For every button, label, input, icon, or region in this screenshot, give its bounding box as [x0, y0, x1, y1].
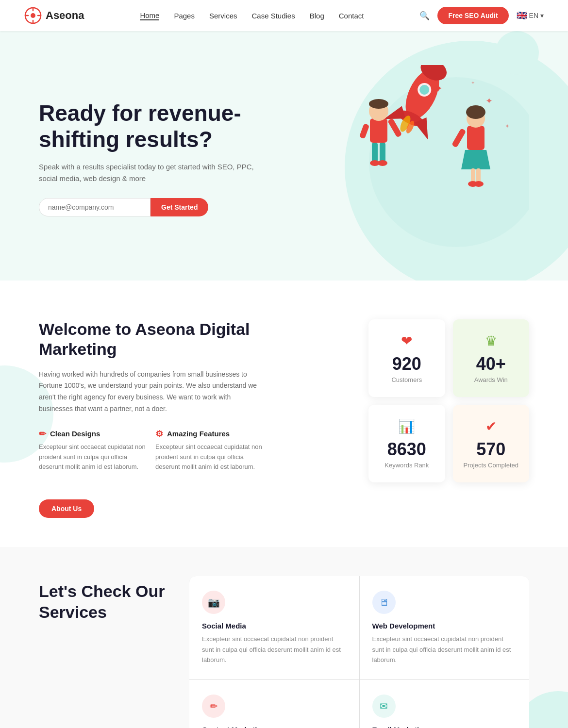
svg-marker-31 — [461, 150, 490, 169]
svg-rect-32 — [471, 168, 475, 183]
nav-right: 🔍 Free SEO Audit 🇬🇧 EN ▾ — [419, 7, 544, 24]
service-web-dev: 🖥 Web Development Excepteur sint occaeca… — [360, 576, 530, 679]
nav-services[interactable]: Services — [209, 12, 237, 20]
stat-icon-keywords: 📊 — [379, 418, 434, 434]
about-us-button[interactable]: About Us — [39, 499, 94, 518]
amazing-features-icon: ⚙ — [155, 429, 163, 439]
service-desc-2: Excepteur sint occaecat cupidatat non pr… — [372, 634, 517, 665]
services-section: Let's Check Our Services 📷 Social Media … — [0, 547, 568, 728]
service-social-media: 📷 Social Media Excepteur sint occaecat c… — [189, 576, 359, 679]
stats-grid: ❤ 920 Customers ♛ 40+ Awards Win 📊 8630 … — [368, 319, 529, 482]
free-seo-audit-button[interactable]: Free SEO Audit — [437, 7, 508, 24]
svg-point-6 — [369, 77, 529, 247]
svg-rect-19 — [370, 118, 387, 143]
stat-icon-awards: ♛ — [464, 333, 518, 349]
hero-email-input[interactable] — [39, 198, 150, 216]
service-content-marketing: ✏ Content Marketing Excepteur sint occae… — [189, 680, 359, 728]
stat-customers: ❤ 920 Customers — [368, 319, 445, 397]
service-title-2: Web Development — [372, 622, 517, 630]
svg-text:✦: ✦ — [505, 123, 510, 130]
service-title-4: Email Marketing — [372, 726, 517, 728]
hero-heading: Ready for revenue-shifting results? — [39, 100, 272, 153]
stat-number-awards: 40+ — [464, 354, 518, 374]
email-marketing-icon: ✉ — [372, 695, 396, 718]
stat-label-projects: Projects Completed — [464, 462, 518, 469]
content-marketing-icon: ✏ — [202, 695, 225, 718]
language-selector[interactable]: 🇬🇧 EN ▾ — [517, 10, 544, 21]
hero-form: Get Started — [39, 198, 272, 216]
nav-contact[interactable]: Contact — [339, 12, 364, 20]
services-heading: Let's Check Our Services — [39, 581, 165, 622]
chevron-down-icon: ▾ — [540, 12, 544, 19]
feature-amazing-features: ⚙ Amazing Features Excepteur sint occaec… — [155, 429, 262, 486]
svg-point-25 — [378, 160, 387, 166]
web-dev-icon: 🖥 — [372, 591, 396, 614]
services-heading-col: Let's Check Our Services — [39, 576, 165, 728]
feature-title-1: ✏ Clean Designs — [39, 429, 146, 439]
brand-name: Aseona — [46, 9, 84, 22]
brand-logo[interactable]: Aseona — [24, 7, 84, 24]
hero-subtext: Speak with a results specialist today to… — [39, 161, 272, 184]
stat-label-customers: Customers — [379, 376, 434, 383]
welcome-left: Welcome to Aseona Digital Marketing Havi… — [39, 319, 262, 518]
hero-section: Ready for revenue-shifting results? Spea… — [0, 31, 568, 281]
svg-point-1 — [31, 13, 35, 18]
stat-keywords: 📊 8630 Keywords Rank — [368, 405, 445, 482]
svg-rect-27 — [359, 123, 370, 139]
svg-rect-22 — [372, 143, 378, 162]
svg-rect-28 — [467, 126, 484, 150]
clean-designs-icon: ✏ — [39, 429, 46, 439]
nav-links: Home Pages Services Case Studies Blog Co… — [140, 11, 364, 20]
svg-rect-23 — [380, 143, 385, 162]
svg-point-21 — [369, 99, 388, 109]
svg-text:✦: ✦ — [471, 80, 475, 85]
services-cards: 📷 Social Media Excepteur sint occaecat c… — [189, 576, 529, 728]
feature-desc-2: Excepteur sint occaecat cupidatat non pr… — [155, 442, 262, 472]
stat-number-keywords: 8630 — [379, 439, 434, 460]
stat-projects: ✔ 570 Projects Completed — [453, 405, 529, 482]
svg-rect-33 — [476, 168, 481, 183]
navbar: Aseona Home Pages Services Case Studies … — [0, 0, 568, 31]
hero-get-started-button[interactable]: Get Started — [150, 198, 208, 216]
svg-text:✦: ✦ — [485, 96, 493, 106]
feature-desc-1: Excepteur sint occaecat cupidatat non pr… — [39, 442, 146, 472]
service-title-3: Content Marketing — [202, 726, 347, 728]
logo-icon — [24, 7, 42, 24]
nav-home[interactable]: Home — [140, 11, 159, 20]
stat-number-projects: 570 — [464, 439, 518, 460]
svg-text:✦: ✦ — [434, 83, 443, 94]
stat-label-awards: Awards Win — [464, 376, 518, 383]
search-icon[interactable]: 🔍 — [419, 11, 430, 21]
hero-left: Ready for revenue-shifting results? Spea… — [39, 100, 272, 217]
stat-label-keywords: Keywords Rank — [379, 462, 434, 469]
stat-icon-customers: ❤ — [379, 333, 434, 349]
nav-blog[interactable]: Blog — [310, 12, 324, 20]
flag-icon: 🇬🇧 — [517, 10, 527, 21]
social-media-icon: 📷 — [202, 591, 225, 614]
stat-number-customers: 920 — [379, 354, 434, 374]
hero-right: ✦ ✦ ✦ — [325, 65, 529, 251]
stat-awards: ♛ 40+ Awards Win — [453, 319, 529, 397]
feature-clean-designs: ✏ Clean Designs Excepteur sint occaecat … — [39, 429, 146, 486]
nav-pages[interactable]: Pages — [174, 12, 195, 20]
svg-point-30 — [466, 105, 485, 119]
service-email-marketing: ✉ Email Marketing Excepteur sint occaeca… — [360, 680, 530, 728]
welcome-section: Welcome to Aseona Digital Marketing Havi… — [0, 281, 568, 547]
welcome-body: Having worked with hundreds of companies… — [39, 369, 262, 415]
hero-illustration: ✦ ✦ ✦ — [325, 65, 529, 249]
features-grid: ✏ Clean Designs Excepteur sint occaecat … — [39, 429, 262, 486]
nav-case-studies[interactable]: Case Studies — [252, 12, 295, 20]
svg-point-35 — [474, 181, 484, 187]
service-desc-1: Excepteur sint occaecat cupidatat non pr… — [202, 634, 347, 665]
service-title-1: Social Media — [202, 622, 347, 630]
feature-title-2: ⚙ Amazing Features — [155, 429, 262, 439]
welcome-heading: Welcome to Aseona Digital Marketing — [39, 319, 262, 359]
stat-icon-projects: ✔ — [464, 418, 518, 434]
